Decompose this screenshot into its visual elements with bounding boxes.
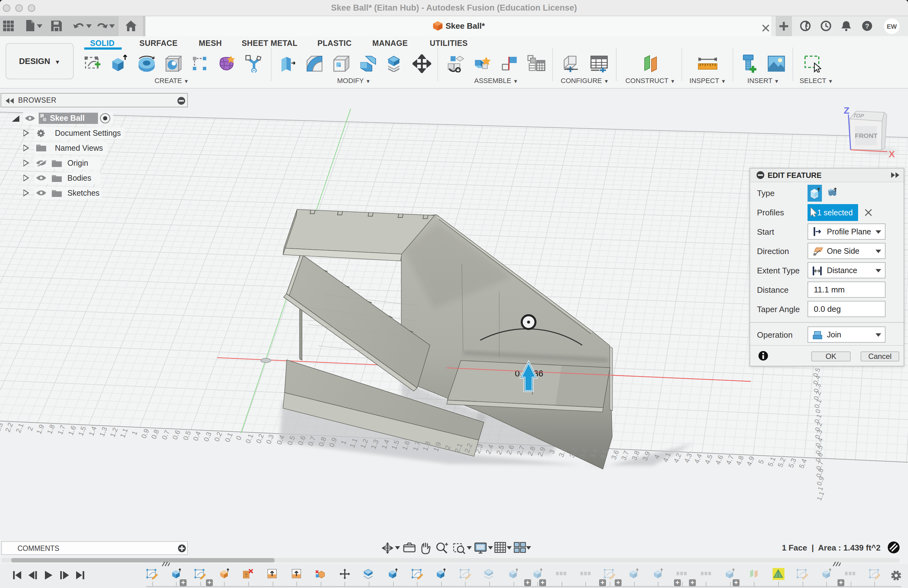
svg-text:Z: Z (844, 105, 849, 116)
svg-text:4.7: 4.7 (724, 454, 736, 466)
svg-text:4.5: 4.5 (703, 453, 714, 465)
svg-text:1.4: 1.4 (87, 425, 98, 437)
svg-text:?: ? (865, 22, 869, 30)
svg-text:3.7: 3.7 (620, 449, 631, 461)
svg-text:5.3: 5.3 (787, 457, 798, 469)
svg-text:FRONT: FRONT (855, 132, 877, 139)
svg-text:4.6: 4.6 (714, 454, 725, 466)
svg-text:0.6: 0.6 (171, 429, 182, 441)
svg-text:5: 5 (757, 459, 765, 465)
svg-text:1.8: 1.8 (45, 423, 56, 435)
svg-text:1: 1 (130, 430, 139, 436)
svg-text:0.7: 0.7 (160, 429, 171, 441)
svg-text:1.2: 1.2 (109, 426, 119, 438)
svg-text:0.2: 0.2 (254, 433, 266, 445)
svg-text:0.1: 0.1 (244, 433, 255, 445)
svg-text:1.6: 1.6 (67, 424, 78, 436)
svg-text:1: 1 (816, 485, 824, 491)
svg-text:0.3: 0.3 (202, 431, 213, 443)
svg-text:1.5: 1.5 (77, 425, 88, 437)
svg-text:0.8: 0.8 (150, 428, 161, 440)
svg-text:4.8: 4.8 (734, 454, 745, 466)
svg-text:5.4: 5.4 (797, 458, 808, 469)
svg-text:3.6: 3.6 (610, 449, 621, 461)
svg-text:4.3: 4.3 (683, 452, 694, 464)
svg-text:0.3: 0.3 (265, 433, 275, 445)
svg-text:2: 2 (26, 425, 35, 432)
svg-text:0.9: 0.9 (815, 475, 825, 487)
svg-text:5.1: 5.1 (766, 456, 777, 467)
svg-text:4.9: 4.9 (745, 455, 756, 467)
svg-text:2.2: 2.2 (4, 421, 14, 433)
svg-text:1.1: 1.1 (119, 427, 129, 439)
svg-text:EW: EW (887, 23, 897, 30)
svg-text:1.3: 1.3 (98, 426, 109, 438)
svg-text:2.3: 2.3 (0, 421, 4, 433)
svg-text:2.1: 2.1 (14, 422, 25, 434)
svg-text:0.1: 0.1 (224, 431, 234, 443)
svg-text:0: 0 (234, 435, 243, 441)
svg-text:1.1: 1.1 (815, 490, 825, 501)
svg-text:0.5: 0.5 (182, 429, 193, 441)
svg-text:1.9: 1.9 (35, 423, 46, 435)
svg-text:4.4: 4.4 (693, 453, 704, 464)
svg-text:0.2: 0.2 (213, 431, 224, 443)
svg-text:1.7: 1.7 (56, 424, 67, 436)
svg-text:0.4: 0.4 (192, 430, 203, 442)
svg-text:0.9: 0.9 (140, 428, 151, 440)
svg-text:X: X (889, 149, 895, 159)
svg-text:5.2: 5.2 (776, 456, 787, 468)
